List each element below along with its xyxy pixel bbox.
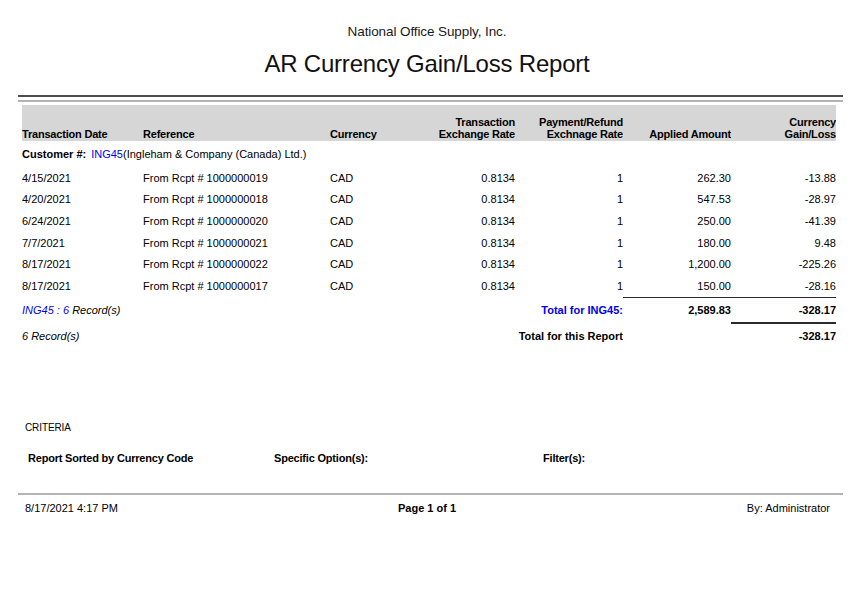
cell-gain-loss: -13.88 — [731, 167, 836, 189]
cell-refund-rate: 1 — [515, 167, 623, 189]
table-row: 4/20/2021 From Rcpt # 1000000018 CAD 0.8… — [22, 189, 836, 211]
cell-gain-loss: 9.48 — [731, 232, 836, 254]
cell-gain-loss: -28.97 — [731, 189, 836, 211]
table-row: 8/17/2021 From Rcpt # 1000000017 CAD 0.8… — [22, 275, 836, 297]
cell-transaction-date: 8/17/2021 — [22, 254, 143, 276]
footer-page-number: Page 1 of 1 — [0, 502, 854, 514]
cell-refund-rate: 1 — [515, 210, 623, 232]
table-row: 8/17/2021 From Rcpt # 1000000022 CAD 0.8… — [22, 254, 836, 276]
cell-transaction-date: 4/20/2021 — [22, 189, 143, 211]
criteria-filters-label: Filter(s): — [543, 452, 585, 464]
cell-transaction-date: 6/24/2021 — [22, 210, 143, 232]
header-rule-dark — [18, 95, 843, 97]
cell-reference: From Rcpt # 1000000018 — [143, 189, 330, 211]
customer-record-count: ING45 : 6 Record(s) — [22, 297, 515, 323]
cell-applied-amount: 180.00 — [623, 232, 731, 254]
customer-record-count-label: Record(s) — [72, 304, 120, 316]
report-record-count-label: 6 Record(s) — [22, 330, 79, 342]
cell-refund-rate: 1 — [515, 189, 623, 211]
report-table: Transaction Date Reference Currency Tran… — [22, 105, 836, 349]
cell-applied-amount: 262.30 — [623, 167, 731, 189]
cell-transaction-rate: 0.8134 — [410, 275, 515, 297]
col-header-line: Currency — [789, 116, 836, 128]
customer-number-label: Customer #: — [22, 148, 86, 160]
cell-currency: CAD — [330, 189, 410, 211]
col-header-line: Payment/Refund — [539, 116, 623, 128]
customer-code-link: ING45 — [91, 148, 123, 160]
cell-gain-loss: -28.16 — [731, 275, 836, 297]
report-title: AR Currency Gain/Loss Report — [0, 50, 854, 78]
cell-refund-rate: 1 — [515, 232, 623, 254]
cell-applied-amount: 1,200.00 — [623, 254, 731, 276]
col-header-payment-refund-exchange-rate: Payment/RefundExchnage Rate — [515, 105, 623, 141]
col-header-currency-gain-loss: CurrencyGain/Loss — [731, 105, 836, 141]
cell-transaction-date: 7/7/2021 — [22, 232, 143, 254]
customer-record-count-code: ING45 : 6 — [22, 304, 69, 316]
col-header-transaction-exchange-rate: TransactionExchange Rate — [410, 105, 515, 141]
cell-transaction-rate: 0.8134 — [410, 232, 515, 254]
header-rule-light — [18, 100, 843, 102]
customer-total-gain-loss: -328.17 — [731, 297, 836, 323]
col-header-line: Exchange Rate — [439, 128, 515, 140]
cell-currency: CAD — [330, 254, 410, 276]
customer-group-row: Customer #:ING45(Ingleham & Company (Can… — [22, 141, 836, 167]
cell-currency: CAD — [330, 232, 410, 254]
col-header-line: Transaction — [455, 116, 515, 128]
report-total-row: 6 Record(s) Total for this Report -328.1… — [22, 323, 836, 349]
cell-refund-rate: 1 — [515, 275, 623, 297]
criteria-specific-options-label: Specific Option(s): — [274, 452, 368, 464]
col-header-currency: Currency — [330, 105, 410, 141]
table-row: 4/15/2021 From Rcpt # 1000000019 CAD 0.8… — [22, 167, 836, 189]
cell-applied-amount: 150.00 — [623, 275, 731, 297]
customer-total-label: Total for ING45: — [515, 297, 623, 323]
cell-gain-loss: -225.26 — [731, 254, 836, 276]
cell-reference: From Rcpt # 1000000022 — [143, 254, 330, 276]
footer-rule — [18, 493, 843, 495]
cell-currency: CAD — [330, 210, 410, 232]
report-total-applied-empty — [623, 323, 731, 349]
cell-applied-amount: 547.53 — [623, 189, 731, 211]
cell-reference: From Rcpt # 1000000019 — [143, 167, 330, 189]
cell-reference: From Rcpt # 1000000017 — [143, 275, 330, 297]
report-total-label: Total for this Report — [515, 323, 623, 349]
cell-applied-amount: 250.00 — [623, 210, 731, 232]
col-header-reference: Reference — [143, 105, 330, 141]
cell-transaction-rate: 0.8134 — [410, 189, 515, 211]
table-header-row: Transaction Date Reference Currency Tran… — [22, 105, 836, 141]
cell-transaction-date: 4/15/2021 — [22, 167, 143, 189]
customer-group-cell: Customer #:ING45(Ingleham & Company (Can… — [22, 141, 836, 167]
report-record-count: 6 Record(s) — [22, 323, 515, 349]
cell-currency: CAD — [330, 275, 410, 297]
criteria-row: Report Sorted by Currency Code Specific … — [0, 452, 854, 466]
cell-transaction-rate: 0.8134 — [410, 167, 515, 189]
customer-total-row: ING45 : 6 Record(s) Total for ING45: 2,5… — [22, 297, 836, 323]
company-name: National Office Supply, Inc. — [0, 24, 854, 39]
cell-refund-rate: 1 — [515, 254, 623, 276]
footer-author: By: Administrator — [747, 502, 830, 514]
cell-gain-loss: -41.39 — [731, 210, 836, 232]
cell-transaction-rate: 0.8134 — [410, 254, 515, 276]
cell-reference: From Rcpt # 1000000020 — [143, 210, 330, 232]
customer-total-applied: 2,589.83 — [623, 297, 731, 323]
cell-transaction-rate: 0.8134 — [410, 210, 515, 232]
col-header-line: Exchnage Rate — [547, 128, 623, 140]
col-header-applied-amount: Applied Amount — [623, 105, 731, 141]
report-footer: 8/17/2021 4:17 PM Page 1 of 1 By: Admini… — [0, 502, 854, 518]
cell-currency: CAD — [330, 167, 410, 189]
customer-name: (Ingleham & Company (Canada) Ltd.) — [123, 148, 306, 160]
criteria-sorted-by: Report Sorted by Currency Code — [28, 452, 193, 464]
col-header-transaction-date: Transaction Date — [22, 105, 143, 141]
cell-transaction-date: 8/17/2021 — [22, 275, 143, 297]
report-total-gain-loss: -328.17 — [731, 323, 836, 349]
table-row: 7/7/2021 From Rcpt # 1000000021 CAD 0.81… — [22, 232, 836, 254]
cell-reference: From Rcpt # 1000000021 — [143, 232, 330, 254]
col-header-line: Gain/Loss — [785, 128, 836, 140]
report-page: National Office Supply, Inc. AR Currency… — [0, 0, 854, 600]
table-row: 6/24/2021 From Rcpt # 1000000020 CAD 0.8… — [22, 210, 836, 232]
criteria-heading: CRITERIA — [25, 422, 71, 433]
